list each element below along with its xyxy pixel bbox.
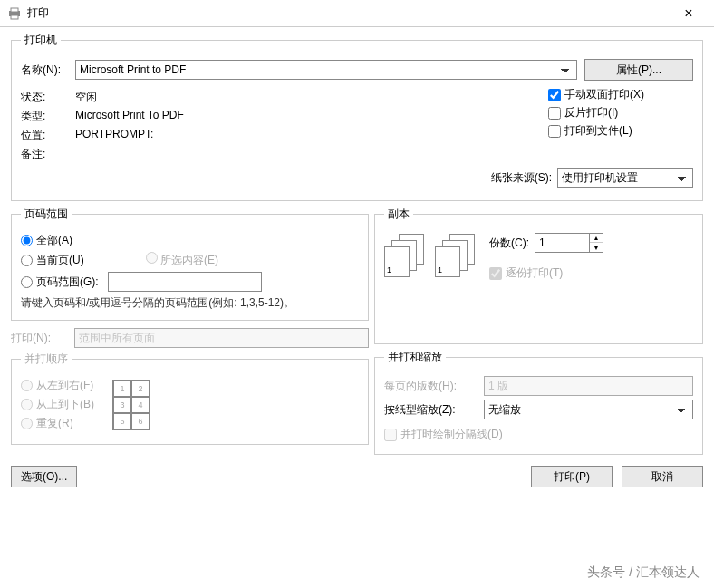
spinner-up-icon[interactable]: ▲ [590,234,603,243]
order-lr-radio [21,380,33,391]
copies-count-input[interactable] [535,233,589,253]
order-tb-radio [21,399,33,410]
printer-group: 打印机 名称(N): Microsoft Print to PDF 属性(P).… [11,33,703,201]
printwhat-select: 范围中所有页面 [74,328,369,348]
where-label: 位置: [21,128,75,143]
draw-lines-label: 并打时绘制分隔线(D) [400,427,503,442]
collate-icon-2: 321 [435,234,480,279]
collate-icon-1: 321 [384,234,429,279]
close-button[interactable]: × [671,5,707,22]
print-order-legend: 并打顺序 [21,352,72,367]
collate-label: 逐份打印(T) [506,265,563,281]
printer-icon [7,6,22,21]
watermark: 头条号 / 汇本领达人 [582,563,705,583]
window-title: 打印 [27,5,671,21]
range-selection-label: 所选内容(E) [160,254,218,266]
spinner-down-icon[interactable]: ▼ [590,243,603,252]
copies-legend: 副本 [384,207,413,222]
order-repeat-label: 重复(R) [36,416,73,431]
options-button[interactable]: 选项(O)... [11,466,77,487]
printer-name-label: 名称(N): [21,63,75,78]
copies-spinner[interactable]: ▲▼ [535,233,603,253]
duplex-checkbox[interactable] [548,89,561,101]
scale-select[interactable]: 无缩放 [484,400,693,419]
range-pages-radio[interactable] [21,276,33,288]
tofile-checkbox[interactable] [548,125,561,138]
print-button[interactable]: 打印(P) [531,466,613,487]
status-label: 状态: [21,90,75,105]
scale-label: 按纸型缩放(Z): [384,402,484,418]
svg-rect-1 [11,8,18,12]
svg-rect-2 [11,15,18,19]
range-current-radio[interactable] [21,255,33,266]
order-tb-label: 从上到下(B) [36,397,94,412]
draw-lines-checkbox [384,429,397,441]
zoom-legend: 并打和缩放 [384,350,446,365]
reverse-label: 反片打印(I) [564,105,618,120]
order-diagram-icon: 123456 [112,380,150,430]
titlebar: 打印 × [0,0,714,27]
printer-name-select[interactable]: Microsoft Print to PDF [75,60,577,80]
copies-group: 副本 321 321 份数(C): ▲▼ [374,207,703,344]
order-lr-label: 从左到右(F) [36,378,93,393]
comment-label: 备注: [21,147,75,162]
copies-count-label: 份数(C): [489,236,529,251]
paper-source-select[interactable]: 使用打印机设置 [557,168,693,188]
printwhat-label: 打印(N): [11,331,74,346]
print-order-group: 并打顺序 从左到右(F) 从上到下(B) 重复(R) 123456 [11,352,369,445]
duplex-label: 手动双面打印(X) [564,87,644,102]
range-selection-radio [146,252,158,264]
paper-source-label: 纸张来源(S): [491,170,552,186]
cancel-button[interactable]: 取消 [622,466,703,487]
reverse-checkbox[interactable] [548,107,561,120]
pages-per-select: 1 版 [484,376,693,396]
range-hint: 请键入页码和/或用逗号分隔的页码范围(例如: 1,3,5-12)。 [21,295,359,311]
range-current-label: 当前页(U) [36,253,84,268]
status-value: 空闲 [75,90,541,105]
printer-legend: 打印机 [21,33,61,48]
range-all-radio[interactable] [21,235,33,246]
properties-button[interactable]: 属性(P)... [584,59,693,81]
page-range-legend: 页码范围 [21,207,72,222]
page-range-group: 页码范围 全部(A) 当前页(U) 所选内容(E) 页码范围(G): 请键入页码… [11,207,369,321]
pages-per-label: 每页的版数(H): [384,379,484,394]
bottom-bar: 选项(O)... 打印(P) 取消 [0,460,714,493]
collate-checkbox [489,267,502,280]
range-pages-label: 页码范围(G): [36,275,99,290]
zoom-group: 并打和缩放 每页的版数(H): 1 版 按纸型缩放(Z): 无缩放 并打时绘制分… [374,350,703,455]
tofile-label: 打印到文件(L) [564,123,632,139]
order-repeat-radio [21,418,33,429]
comment-value [75,147,541,162]
type-value: Microsoft Print To PDF [75,109,541,124]
range-all-label: 全部(A) [36,233,72,248]
where-value: PORTPROMPT: [75,128,541,143]
range-pages-input[interactable] [108,272,262,292]
type-label: 类型: [21,109,75,124]
